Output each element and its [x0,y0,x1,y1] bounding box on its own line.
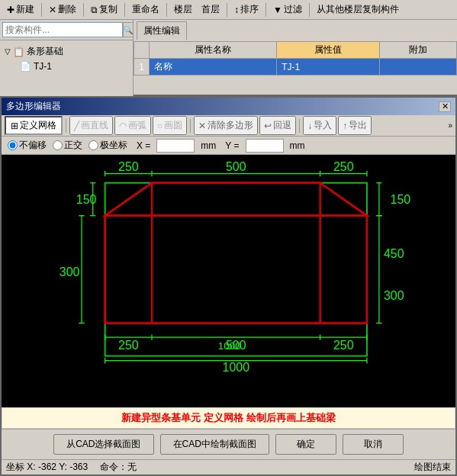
radio-polar[interactable]: 极坐标 [89,139,127,152]
draw-cad-button[interactable]: 在CAD中绘制截面图 [160,434,269,455]
delete-icon: ✕ [49,5,56,15]
tree-item-strip-foundation[interactable]: ▽ 📋 条形基础 [2,43,131,60]
copy-button[interactable]: ⧉ 复制 [87,2,121,18]
tree-item-tj1[interactable]: 📄 TJ-1 [2,60,131,73]
sep4 [166,3,167,17]
canvas-area[interactable]: 250 500 250 150 300 150 450 [2,155,455,407]
prop-name-cell: 名称 [150,59,277,76]
dim-right-mid: 450 [384,247,404,260]
sep9 [190,119,191,133]
clear-icon: ✕ [198,121,206,131]
close-button[interactable]: ✕ [439,101,451,112]
drawing-svg: 250 500 250 150 300 150 450 [2,155,455,407]
sep6 [266,3,266,17]
arc-icon: ◠ [119,121,127,131]
cancel-button[interactable]: 取消 [343,434,404,455]
delete-button[interactable]: ✕ 删除 [45,2,80,18]
sep3 [124,3,125,17]
table-row[interactable]: 1 名称 TJ-1 [134,59,457,76]
from-cad-button[interactable]: 从CAD选择截面图 [53,434,153,455]
search-icon: 🔍 [124,26,133,34]
main-rect [105,216,367,323]
status-display: 绘图结束 [414,461,451,474]
dim-total-bottom: 1000 [223,361,250,374]
property-tab[interactable]: 属性编辑 [137,21,187,40]
row-number: 1 [134,59,150,76]
property-table: 属性名称 属性值 附加 1 名称 TJ-1 [134,41,457,76]
export-button[interactable]: ↑ 导出 [338,116,372,135]
coord-display: 坐标 X: -362 Y: -363 [6,461,88,474]
sep5 [227,3,227,17]
shape-outline [105,183,367,323]
folder-icon: 📋 [13,47,24,57]
clear-polygon-button[interactable]: ✕ 清除多边形 [194,116,258,135]
new-icon: ✚ [7,5,14,15]
sort-icon: ↕ [234,5,239,15]
more-icon[interactable]: » [448,121,452,130]
import-icon: ↓ [307,121,312,131]
x-input[interactable] [156,139,195,153]
dialog-title: 多边形编辑器 [6,100,61,113]
search-button[interactable]: 🔍 [123,22,134,37]
top-toolbar: ✚ 新建 ✕ 删除 ⧉ 复制 重命名 楼层 首层 ↕ 排序 ▼ 过滤 从其他楼层… [0,0,457,20]
col-attach-header: 附加 [379,42,456,59]
search-bar: 🔍 [0,20,133,40]
radio-no-offset[interactable]: 不偏移 [8,139,47,152]
search-input[interactable] [2,22,123,37]
col-name-header: 属性名称 [150,42,277,59]
filter-button[interactable]: ▼ 过滤 [269,2,306,18]
line-icon: ╱ [74,121,79,131]
info-bar: 新建异型条基单元 定义网格 绘制后再画上基础梁 [2,407,455,429]
dialog-titlebar: 多边形编辑器 ✕ [2,98,455,115]
dim-top-center: 500 [226,160,246,173]
rename-button[interactable]: 重命名 [128,2,163,18]
command-display: 命令：无 [100,461,137,474]
define-grid-button[interactable]: ⊞ 定义网格 [5,116,63,135]
filter-icon: ▼ [273,5,282,15]
export-icon: ↑ [343,121,347,131]
dim-bot-right: 250 [333,339,354,352]
draw-circle-button[interactable]: ○ 画圆 [153,116,187,135]
prop-value-cell[interactable]: TJ-1 [277,59,379,76]
dim-center-bot: 1000 [218,340,241,352]
right-panel: 属性编辑 属性名称 属性值 附加 1 名称 TJ-1 [134,20,457,96]
undo-button[interactable]: ↩ 回退 [259,116,296,135]
prop-attach-cell [379,59,456,76]
x-label: X = [137,140,150,151]
dim-right-bot: 300 [384,289,404,302]
dim-bot-left: 250 [118,339,139,352]
mm-label-1: mm [201,140,216,151]
undo-icon: ↩ [264,121,272,131]
bottom-buttons: 从CAD选择截面图 在CAD中绘制截面图 确定 取消 [2,429,455,459]
sort-button[interactable]: ↕ 排序 [230,2,262,18]
draw-arc-button[interactable]: ◠ 画弧 [114,116,151,135]
expand-icon: ▽ [5,47,11,56]
col-value-header: 属性值 [277,42,379,59]
copy-from-button[interactable]: 从其他楼层复制构件 [313,2,403,18]
sep1 [41,3,42,17]
mm-label-2: mm [290,140,305,151]
dim-left-top: 150 [76,193,97,206]
confirm-button[interactable]: 确定 [275,434,336,455]
dialog-coords: 不偏移 正交 极坐标 X = mm Y = mm [2,137,455,155]
sep2 [83,3,84,17]
sep7 [309,3,310,17]
tree-area: ▽ 📋 条形基础 📄 TJ-1 [0,40,133,76]
item-icon: 📄 [20,61,31,72]
dim-top-right: 250 [333,160,354,173]
new-button[interactable]: ✚ 新建 [3,2,38,18]
grid-icon: ⊞ [11,121,18,131]
draw-line-button[interactable]: ╱ 画直线 [69,116,113,135]
sep10 [299,119,300,133]
sep8 [66,119,66,133]
circle-icon: ○ [157,121,163,131]
y-input[interactable] [246,139,284,153]
import-button[interactable]: ↓ 导入 [303,116,336,135]
layer-button[interactable]: 楼层 [170,2,196,18]
first-layer-button[interactable]: 首层 [198,2,224,18]
polygon-dialog: 多边形编辑器 ✕ ⊞ 定义网格 ╱ 画直线 ◠ 画弧 ○ 画圆 ✕ 清除多边形 … [0,96,457,476]
radio-orthogonal[interactable]: 正交 [53,139,82,152]
status-bar: 坐标 X: -362 Y: -363 命令：无 绘图结束 [2,459,455,474]
dim-right-top: 150 [391,193,411,206]
dialog-toolbar: ⊞ 定义网格 ╱ 画直线 ◠ 画弧 ○ 画圆 ✕ 清除多边形 ↩ 回退 ↓ 导入 [2,115,455,137]
